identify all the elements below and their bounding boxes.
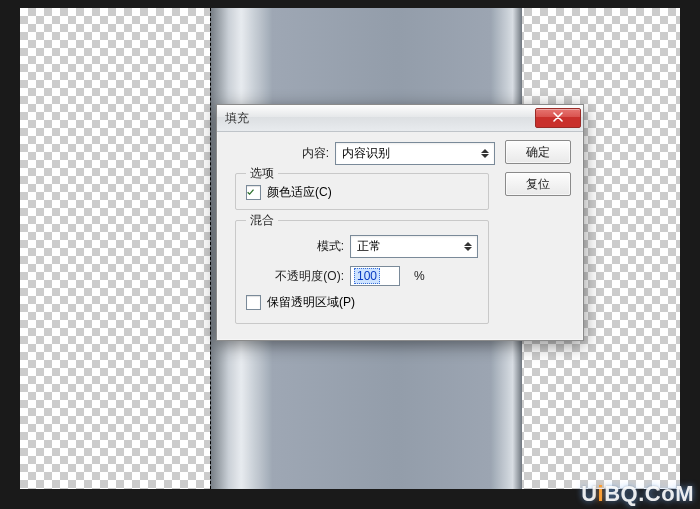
check-icon	[247, 187, 254, 198]
selection-marquee-edge	[210, 8, 211, 489]
options-group: 选项 颜色适应(C)	[235, 173, 489, 210]
ok-button[interactable]: 确定	[505, 140, 571, 164]
ok-button-label: 确定	[526, 144, 550, 161]
dropdown-arrows-icon	[463, 242, 473, 251]
opacity-input[interactable]: 100	[350, 266, 400, 286]
dialog-button-column: 确定 复位	[505, 140, 571, 196]
fill-dialog: 填充 确定 复位 内容: 内容识别 选项	[216, 104, 584, 341]
mode-dropdown-value: 正常	[357, 238, 381, 255]
close-button[interactable]	[535, 108, 581, 128]
reset-button[interactable]: 复位	[505, 172, 571, 196]
watermark: UiBQ.CoM	[581, 481, 694, 507]
blend-legend: 混合	[246, 212, 278, 229]
dialog-body: 确定 复位 内容: 内容识别 选项 颜色适应(C)	[217, 132, 583, 340]
opacity-label: 不透明度(O):	[246, 268, 350, 285]
dialog-title: 填充	[225, 110, 535, 127]
color-adapt-row: 颜色适应(C)	[246, 184, 478, 201]
opacity-value: 100	[354, 268, 380, 284]
options-legend: 选项	[246, 165, 278, 182]
mode-row: 模式: 正常	[246, 235, 478, 258]
content-dropdown[interactable]: 内容识别	[335, 142, 495, 165]
content-dropdown-value: 内容识别	[342, 145, 390, 162]
color-adapt-checkbox[interactable]	[246, 185, 261, 200]
preserve-transparency-row: 保留透明区域(P)	[246, 294, 478, 311]
mode-label: 模式:	[246, 238, 350, 255]
color-adapt-label: 颜色适应(C)	[267, 184, 332, 201]
opacity-row: 不透明度(O): 100 %	[246, 266, 478, 286]
reset-button-label: 复位	[526, 176, 550, 193]
mode-dropdown[interactable]: 正常	[350, 235, 478, 258]
preserve-transparency-label: 保留透明区域(P)	[267, 294, 355, 311]
close-icon	[553, 111, 563, 125]
blend-group: 混合 模式: 正常 不透明度(O): 100 %	[235, 220, 489, 324]
preserve-transparency-checkbox[interactable]	[246, 295, 261, 310]
watermark-suffix: BQ.CoM	[604, 481, 694, 506]
content-label: 内容:	[231, 145, 335, 162]
opacity-suffix: %	[414, 269, 425, 283]
watermark-prefix: U	[581, 481, 597, 506]
dropdown-arrows-icon	[480, 149, 490, 158]
dialog-titlebar[interactable]: 填充	[217, 105, 583, 132]
